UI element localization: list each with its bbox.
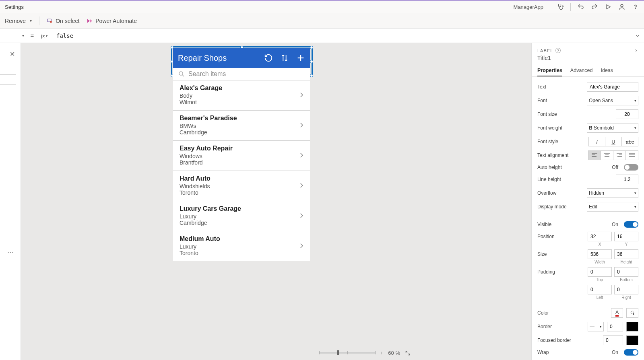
padding-right-input[interactable] bbox=[614, 285, 638, 294]
canvas[interactable]: Repair Shops Search items bbox=[21, 43, 531, 360]
align-center-button[interactable] bbox=[601, 150, 613, 160]
svg-point-3 bbox=[635, 8, 636, 9]
power-automate-button[interactable]: Power Automate bbox=[87, 18, 137, 24]
textalign-label: Text alignment bbox=[537, 152, 585, 158]
person-icon[interactable] bbox=[618, 3, 625, 10]
visible-toggle[interactable] bbox=[624, 221, 638, 228]
search-box[interactable] bbox=[0, 74, 16, 85]
italic-button[interactable]: I bbox=[588, 137, 605, 146]
svg-point-0 bbox=[562, 6, 564, 7]
refresh-icon[interactable] bbox=[264, 53, 273, 62]
app-title[interactable]: Repair Shops bbox=[178, 53, 227, 63]
border-style-select[interactable]: —▾ bbox=[588, 322, 604, 331]
overflow-select[interactable]: Hidden▾ bbox=[587, 188, 638, 198]
align-left-button[interactable] bbox=[588, 150, 601, 160]
item-body: Toronto bbox=[180, 189, 211, 196]
font-color-button[interactable]: A bbox=[611, 308, 623, 318]
item-subtitle: Luxury bbox=[180, 243, 220, 250]
underline-button[interactable]: U bbox=[605, 137, 622, 146]
svg-line-8 bbox=[182, 75, 184, 76]
settings-label[interactable]: Settings bbox=[5, 4, 24, 10]
zoom-out-button[interactable]: − bbox=[311, 350, 314, 356]
fx-icon[interactable]: fx▾ bbox=[37, 33, 52, 39]
position-y-input[interactable] bbox=[614, 232, 638, 241]
autoheight-label: Auto height bbox=[537, 165, 609, 170]
position-x-input[interactable] bbox=[588, 232, 612, 241]
element-name: Title1 bbox=[532, 54, 644, 65]
fullscreen-icon[interactable] bbox=[405, 350, 411, 356]
tab-ideas[interactable]: Ideas bbox=[601, 65, 613, 76]
displaymode-label: Display mode bbox=[537, 204, 584, 210]
stethoscope-icon[interactable] bbox=[557, 3, 564, 10]
fontsize-input[interactable] bbox=[616, 109, 638, 119]
list-item[interactable]: Medium Auto Luxury Toronto bbox=[173, 231, 310, 261]
chevron-right-icon[interactable] bbox=[298, 152, 305, 159]
sort-icon[interactable] bbox=[280, 53, 289, 62]
add-icon[interactable] bbox=[296, 53, 305, 62]
chevron-right-icon[interactable] bbox=[298, 91, 305, 99]
displaymode-select[interactable]: Edit▾ bbox=[587, 202, 638, 212]
formula-input[interactable] bbox=[52, 33, 631, 39]
list-item[interactable]: Easy Auto Repair Windows Brantford bbox=[173, 141, 310, 171]
collapse-panel-icon[interactable] bbox=[634, 48, 638, 53]
size-label: Size bbox=[537, 251, 584, 257]
chevron-right-icon[interactable] bbox=[298, 242, 305, 249]
play-icon[interactable] bbox=[605, 3, 612, 10]
title-bar: Settings ManagerApp bbox=[0, 1, 644, 13]
padding-top-input[interactable] bbox=[588, 267, 612, 277]
align-justify-button[interactable] bbox=[625, 150, 638, 160]
on-select-button[interactable]: On select bbox=[47, 18, 79, 24]
fontweight-select[interactable]: B Semibold▾ bbox=[587, 123, 638, 133]
undo-icon[interactable] bbox=[577, 3, 584, 10]
fontweight-label: Font weight bbox=[537, 125, 584, 131]
wrap-toggle[interactable] bbox=[624, 349, 638, 356]
svg-marker-1 bbox=[607, 5, 610, 9]
color-label: Color bbox=[537, 310, 608, 316]
item-title: Hard Auto bbox=[180, 175, 211, 182]
padding-bottom-input[interactable] bbox=[614, 267, 638, 277]
close-icon[interactable]: ✕ bbox=[10, 50, 15, 58]
align-right-button[interactable] bbox=[613, 150, 626, 160]
search-placeholder: Search items bbox=[188, 70, 226, 78]
info-icon[interactable]: ? bbox=[555, 48, 561, 53]
list-item[interactable]: Luxury Cars Garage Luxury Cambridge bbox=[173, 201, 310, 231]
list-item[interactable]: Hard Auto Windshields Toronto bbox=[173, 171, 310, 201]
item-title: Easy Auto Repair bbox=[180, 145, 233, 152]
list-item[interactable]: Alex's Garage Body Wilmot bbox=[173, 80, 310, 111]
zoom-in-button[interactable]: + bbox=[380, 350, 384, 356]
remove-button[interactable]: Remove▾ bbox=[5, 18, 32, 24]
more-icon[interactable]: ⋯ bbox=[7, 249, 14, 256]
strike-button[interactable]: abc bbox=[621, 137, 638, 146]
size-height-input[interactable] bbox=[614, 249, 638, 259]
item-subtitle: Windows bbox=[180, 153, 233, 159]
search-row[interactable]: Search items bbox=[173, 68, 310, 80]
redo-icon[interactable] bbox=[591, 3, 598, 10]
property-selector[interactable]: ▾ bbox=[0, 31, 27, 41]
formula-bar: ▾ = fx▾ bbox=[0, 29, 644, 43]
font-select[interactable]: Open Sans▾ bbox=[587, 96, 638, 105]
border-width-input[interactable] bbox=[607, 322, 623, 331]
help-icon[interactable] bbox=[632, 3, 639, 10]
autoheight-toggle[interactable] bbox=[624, 164, 638, 171]
size-width-input[interactable] bbox=[588, 249, 612, 259]
tab-properties[interactable]: Properties bbox=[537, 65, 562, 76]
border-color-swatch[interactable] bbox=[626, 322, 638, 331]
chevron-right-icon[interactable] bbox=[298, 182, 305, 189]
position-label: Position bbox=[537, 234, 584, 239]
focusborder-color-swatch[interactable] bbox=[626, 335, 638, 345]
zoom-slider[interactable] bbox=[319, 352, 376, 354]
padding-left-input[interactable] bbox=[588, 285, 612, 294]
chevron-right-icon[interactable] bbox=[298, 121, 305, 129]
item-title: Luxury Cars Garage bbox=[180, 205, 241, 212]
expand-formula-icon[interactable] bbox=[631, 33, 644, 39]
text-input[interactable] bbox=[587, 82, 638, 92]
text-label: Text bbox=[537, 84, 584, 90]
fill-color-button[interactable] bbox=[626, 308, 638, 318]
lineheight-input[interactable] bbox=[616, 175, 638, 184]
chevron-right-icon[interactable] bbox=[298, 212, 305, 219]
focusborder-label: Focused border bbox=[537, 337, 600, 343]
focusborder-width-input[interactable] bbox=[603, 335, 623, 345]
tab-advanced[interactable]: Advanced bbox=[570, 65, 593, 76]
item-subtitle: Body bbox=[180, 93, 222, 99]
list-item[interactable]: Beamer's Paradise BMWs Cambridge bbox=[173, 111, 310, 141]
